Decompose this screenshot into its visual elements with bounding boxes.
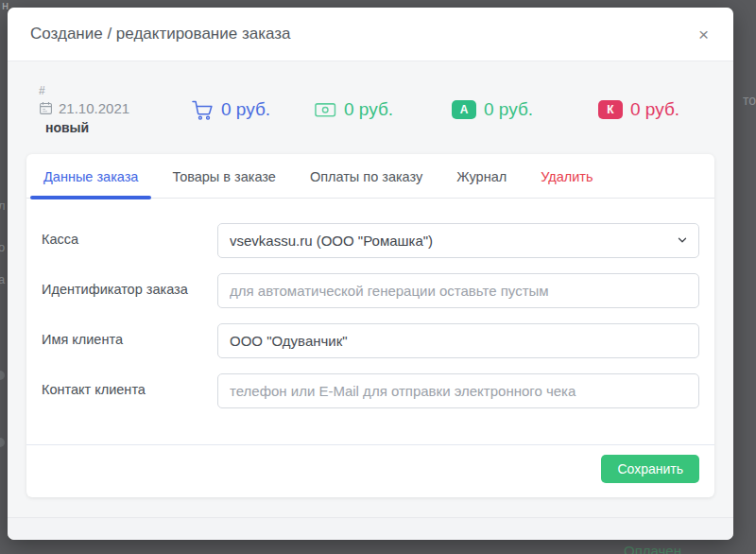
tab-order-data[interactable]: Данные заказа <box>30 167 151 198</box>
order-total-value: 0 руб. <box>221 99 270 120</box>
tab-delete[interactable]: Удалить <box>527 167 606 198</box>
modal-header: Создание / редактирование заказа × <box>8 8 733 61</box>
backdrop-dot-fragment <box>0 438 5 447</box>
credit-stat: К 0 руб. <box>598 99 679 120</box>
client-contact-input[interactable] <box>217 373 699 408</box>
tab-bar: Данные заказа Товары в заказе Оплаты по … <box>26 154 714 199</box>
order-date: 21.10.2021 <box>39 100 192 116</box>
advance-badge: А <box>452 100 476 119</box>
calendar-icon <box>39 101 53 115</box>
paid-total-value: 0 руб. <box>344 99 393 120</box>
credit-badge: К <box>598 100 623 119</box>
save-button[interactable]: Сохранить <box>601 455 699 483</box>
client-name-label: Имя клиента <box>42 323 217 347</box>
form-row-kassa: Касса vsevkassu.ru (ООО "Ромашка") <box>42 223 699 258</box>
page-backdrop: { "backdrop": { "fragment_top_left": "н"… <box>0 0 756 554</box>
tab-journal[interactable]: Журнал <box>443 167 520 198</box>
modal-title: Создание / редактирование заказа <box>30 25 291 43</box>
order-summary-row: # 21.10.2021 новый <box>8 61 733 135</box>
close-icon[interactable]: × <box>696 22 711 47</box>
order-form: Касса vsevkassu.ru (ООО "Ромашка") Идент… <box>26 199 714 408</box>
order-id-label: Идентификатор заказа <box>42 273 217 297</box>
client-contact-label: Контакт клиента <box>42 373 217 397</box>
order-total-stat: 0 руб. <box>192 99 315 120</box>
order-edit-modal: Создание / редактирование заказа × # 21.… <box>8 8 733 540</box>
tab-order-payments[interactable]: Оплаты по заказу <box>297 167 436 198</box>
form-row-client-contact: Контакт клиента <box>42 373 699 408</box>
backdrop-text-fragment: а <box>0 272 5 286</box>
order-date-value: 21.10.2021 <box>59 100 129 116</box>
modal-footer <box>8 517 733 540</box>
backdrop-text-fragment: то <box>743 93 756 108</box>
tab-order-items[interactable]: Товары в заказе <box>159 167 288 198</box>
cart-icon <box>192 100 214 120</box>
backdrop-text-fragment: о <box>0 240 5 254</box>
kassa-label: Касса <box>42 223 217 247</box>
credit-value: 0 руб. <box>630 99 679 120</box>
backdrop-dot-fragment <box>0 371 5 380</box>
kassa-select[interactable]: vsevkassu.ru (ООО "Ромашка") <box>217 223 699 258</box>
advance-value: 0 руб. <box>484 99 533 120</box>
paid-total-stat: 0 руб. <box>315 99 452 120</box>
banknote-icon <box>315 102 336 118</box>
order-number-prefix: # <box>39 84 192 97</box>
backdrop-text-fragment: л <box>0 199 6 213</box>
order-card: Данные заказа Товары в заказе Оплаты по … <box>26 154 714 497</box>
order-meta: # 21.10.2021 новый <box>39 84 192 135</box>
form-row-client-name: Имя клиента <box>42 323 699 358</box>
client-name-input[interactable] <box>217 323 699 358</box>
advance-stat: А 0 руб. <box>452 99 598 120</box>
card-actions: Сохранить <box>26 445 714 483</box>
form-row-order-id: Идентификатор заказа <box>42 273 699 308</box>
backdrop-text-fragment: Оплачен <box>624 543 681 554</box>
order-status: новый <box>39 120 192 135</box>
order-id-input[interactable] <box>217 273 699 308</box>
